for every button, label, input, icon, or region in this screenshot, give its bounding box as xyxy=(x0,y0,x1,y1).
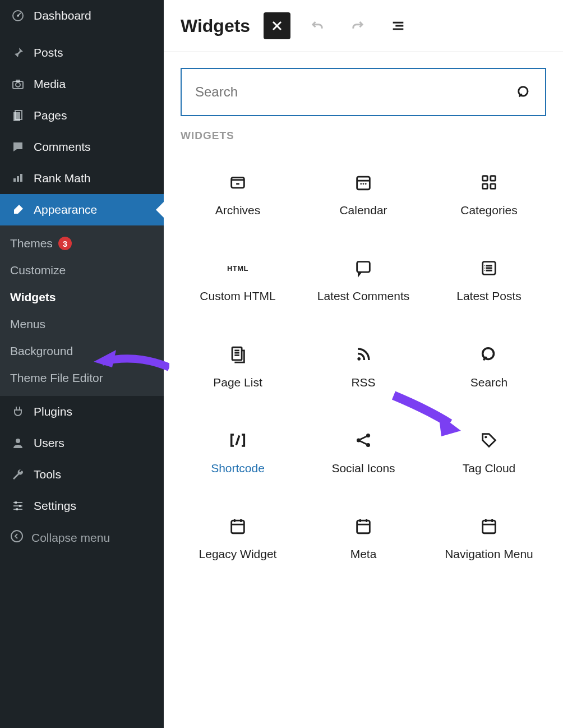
widget-label: RSS xyxy=(351,375,375,390)
sidebar-item-plugins[interactable]: Plugins xyxy=(0,396,164,427)
widget-label: Categories xyxy=(460,202,518,218)
pages-icon xyxy=(10,108,26,123)
collapse-icon xyxy=(10,529,24,546)
sidebar-item-label: Rank Math xyxy=(34,172,91,185)
widget-customhtml[interactable]: HTML Custom HTML xyxy=(175,238,301,324)
widget-label: Shortcode xyxy=(211,460,265,476)
editor-header: Widgets xyxy=(164,0,563,52)
sidebar-item-posts[interactable]: Posts xyxy=(0,37,164,68)
grid-icon xyxy=(479,172,499,192)
search-icon xyxy=(516,84,532,100)
submenu-item-label: Customize xyxy=(10,264,66,277)
widget-label: Social Icons xyxy=(331,460,395,476)
sidebar-item-media[interactable]: Media xyxy=(0,68,164,100)
widget-tagcloud[interactable]: Tag Cloud xyxy=(426,410,552,496)
widget-navmenu[interactable]: Navigation Menu xyxy=(426,496,552,582)
sidebar-item-label: Posts xyxy=(34,46,63,59)
sidebar-item-tools[interactable]: Tools xyxy=(0,459,164,490)
widget-categories[interactable]: Categories xyxy=(426,152,552,238)
sidebar-item-label: Plugins xyxy=(34,405,72,418)
widget-pagelist[interactable]: Page List xyxy=(175,324,301,410)
sidebar-item-label: Tools xyxy=(34,468,61,481)
close-inserter-button[interactable] xyxy=(264,12,290,39)
share-icon xyxy=(353,430,373,450)
svg-point-0 xyxy=(11,531,22,542)
widget-shortcode[interactable]: Shortcode xyxy=(175,410,301,496)
widget-legacywidget[interactable]: Legacy Widget xyxy=(175,496,301,582)
submenu-item-customize[interactable]: Customize xyxy=(0,257,164,284)
submenu-item-menus[interactable]: Menus xyxy=(0,311,164,338)
widget-label: Archives xyxy=(215,202,261,218)
chart-icon xyxy=(10,171,26,186)
widget-label: Calendar xyxy=(339,202,387,218)
commentbox-icon xyxy=(353,258,373,278)
shortcode-icon xyxy=(228,430,248,450)
sidebar-item-pages[interactable]: Pages xyxy=(0,100,164,131)
user-icon xyxy=(10,435,26,451)
submenu-item-label: Theme File Editor xyxy=(10,371,103,385)
sidebar-item-users[interactable]: Users xyxy=(0,427,164,459)
sidebar-item-label: Comments xyxy=(34,140,91,154)
sidebar-item-label: Users xyxy=(34,436,64,450)
collapse-menu[interactable]: Collapse menu xyxy=(0,522,164,554)
widget-label: Custom HTML xyxy=(200,288,275,303)
brush-icon xyxy=(10,202,26,218)
submenu-item-label: Menus xyxy=(10,317,45,331)
sidebar-item-dashboard[interactable]: Dashboard xyxy=(0,0,164,31)
admin-sidebar: Dashboard Posts Media Pages Comments Ran… xyxy=(0,0,164,728)
widget-label: Search xyxy=(470,375,508,390)
comment-icon xyxy=(10,139,26,155)
widget-rss[interactable]: RSS xyxy=(301,324,426,410)
widget-socialicons[interactable]: Social Icons xyxy=(301,410,426,496)
widget-latestposts[interactable]: Latest Posts xyxy=(426,238,552,324)
collapse-label: Collapse menu xyxy=(31,531,110,545)
submenu-item-themeeditor[interactable]: Theme File Editor xyxy=(0,365,164,391)
camera-icon xyxy=(10,76,26,92)
widget-label: Latest Posts xyxy=(456,288,522,303)
widget-label: Page List xyxy=(213,375,262,390)
folder-icon xyxy=(228,172,248,192)
update-badge: 3 xyxy=(58,237,72,250)
wrench-icon xyxy=(10,467,26,482)
list-view-button[interactable] xyxy=(385,12,412,39)
search-icon xyxy=(479,344,499,365)
submenu-item-widgets[interactable]: Widgets xyxy=(0,284,164,311)
sidebar-item-comments[interactable]: Comments xyxy=(0,131,164,163)
svg-point-1 xyxy=(519,87,528,96)
redo-button[interactable] xyxy=(344,12,371,39)
list-icon xyxy=(479,258,499,278)
plug-icon xyxy=(10,404,26,420)
submenu-item-label: Widgets xyxy=(10,291,56,304)
widget-archives[interactable]: Archives xyxy=(175,152,301,238)
widgets-section-label: WIDGETS xyxy=(164,130,563,146)
submenu-item-label: Themes xyxy=(10,237,53,250)
submenu-item-background[interactable]: Background xyxy=(0,338,164,365)
widget-meta[interactable]: Meta xyxy=(301,496,426,582)
page-title: Widgets xyxy=(181,16,250,36)
search-input[interactable] xyxy=(195,84,516,100)
sidebar-item-settings[interactable]: Settings xyxy=(0,490,164,522)
sidebar-item-label: Settings xyxy=(34,499,76,513)
calendar2-icon xyxy=(353,516,373,536)
sidebar-item-label: Dashboard xyxy=(34,9,91,22)
tag-icon xyxy=(479,430,499,450)
widget-calendar[interactable]: Calendar xyxy=(301,152,426,238)
sidebar-item-label: Pages xyxy=(34,109,67,122)
sidebar-item-rankmath[interactable]: Rank Math xyxy=(0,163,164,194)
submenu-item-label: Background xyxy=(10,344,73,358)
widget-search[interactable]: Search xyxy=(426,324,552,410)
submenu-item-themes[interactable]: Themes 3 xyxy=(0,230,164,257)
sliders-icon xyxy=(10,498,26,514)
main-content: Widgets WIDGETS Archives Calendar Catego… xyxy=(164,0,563,728)
calendar2-icon xyxy=(228,516,248,536)
calendar2-icon xyxy=(479,516,499,536)
sidebar-item-label: Appearance xyxy=(34,203,97,216)
widget-latestcomments[interactable]: Latest Comments xyxy=(301,238,426,324)
calendar-icon xyxy=(353,172,373,192)
block-search[interactable] xyxy=(181,68,546,116)
pin-icon xyxy=(10,45,26,61)
appearance-submenu: Themes 3 Customize Widgets Menus Backgro… xyxy=(0,225,164,396)
html-icon: HTML xyxy=(228,258,248,278)
undo-button[interactable] xyxy=(304,12,331,39)
sidebar-item-appearance[interactable]: Appearance xyxy=(0,194,164,225)
